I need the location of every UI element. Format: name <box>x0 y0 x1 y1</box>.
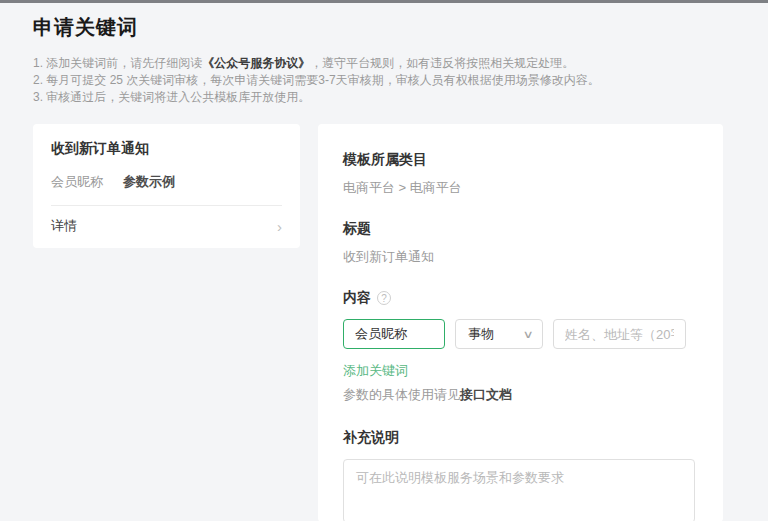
service-agreement-link[interactable]: 《公众号服务协议》 <box>202 56 310 70</box>
content-label-text: 内容 <box>343 289 371 307</box>
remark-group: 补充说明 <box>343 429 695 521</box>
apply-keyword-page: 申请关键词 1. 添加关键词前，请先仔细阅读《公众号服务协议》，遵守平台规则，如… <box>0 14 768 521</box>
preview-divider <box>51 205 282 206</box>
doc-hint: 参数的具体使用请见接口文档 <box>343 386 695 404</box>
category-group: 模板所属类目 电商平台 > 电商平台 <box>343 151 695 197</box>
category-label: 模板所属类目 <box>343 151 695 169</box>
detail-label: 详情 <box>51 217 77 235</box>
note-line-1-prefix: 1. 添加关键词前，请先仔细阅读 <box>33 56 202 70</box>
page-title: 申请关键词 <box>33 14 723 41</box>
title-value: 收到新订单通知 <box>343 248 695 266</box>
window-top-border <box>0 0 768 3</box>
doc-hint-prefix: 参数的具体使用请见 <box>343 387 460 402</box>
remark-label: 补充说明 <box>343 429 695 447</box>
template-preview-card: 收到新订单通知 会员昵称参数示例 详情 › <box>33 124 300 248</box>
note-line-1: 1. 添加关键词前，请先仔细阅读《公众号服务协议》，遵守平台规则，如有违反将按照… <box>33 55 723 72</box>
help-icon[interactable]: ? <box>377 291 391 305</box>
detail-row[interactable]: 详情 › <box>51 217 282 235</box>
keyword-input[interactable] <box>343 319 445 349</box>
title-label: 标题 <box>343 220 695 238</box>
title-group: 标题 收到新订单通知 <box>343 220 695 266</box>
param-keyword-label: 会员昵称 <box>51 174 103 189</box>
type-select[interactable]: 事物 ∨ <box>455 319 543 349</box>
note-line-2: 2. 每月可提交 25 次关键词审核，每次申请关键词需要3-7天审核期，审核人员… <box>33 72 723 89</box>
add-keyword-link[interactable]: 添加关键词 <box>343 362 408 380</box>
note-line-3: 3. 审核通过后，关键词将进入公共模板库开放使用。 <box>33 89 723 106</box>
param-example-value: 参数示例 <box>123 174 175 189</box>
keyword-input-row: 事物 ∨ <box>343 319 695 349</box>
category-value: 电商平台 > 电商平台 <box>343 179 695 197</box>
content-label: 内容 ? <box>343 289 695 307</box>
type-select-value: 事物 <box>468 325 494 343</box>
content-cards: 收到新订单通知 会员昵称参数示例 详情 › 模板所属类目 电商平台 > 电商平台… <box>33 124 723 521</box>
rules-notes: 1. 添加关键词前，请先仔细阅读《公众号服务协议》，遵守平台规则，如有违反将按照… <box>33 55 723 106</box>
chevron-down-icon: ∨ <box>522 328 533 341</box>
note-line-1-suffix: ，遵守平台规则，如有违反将按照相关规定处理。 <box>310 56 574 70</box>
example-input[interactable] <box>553 319 686 349</box>
keyword-form-card: 模板所属类目 电商平台 > 电商平台 标题 收到新订单通知 内容 ? 事物 ∨ <box>318 124 723 521</box>
api-doc-link[interactable]: 接口文档 <box>460 387 512 402</box>
chevron-right-icon: › <box>277 219 282 234</box>
template-param-row: 会员昵称参数示例 <box>51 173 282 191</box>
content-group: 内容 ? 事物 ∨ 添加关键词 参数的具体使用请见接口文档 <box>343 289 695 404</box>
template-preview-title: 收到新订单通知 <box>51 140 282 158</box>
remark-textarea[interactable] <box>343 459 695 521</box>
